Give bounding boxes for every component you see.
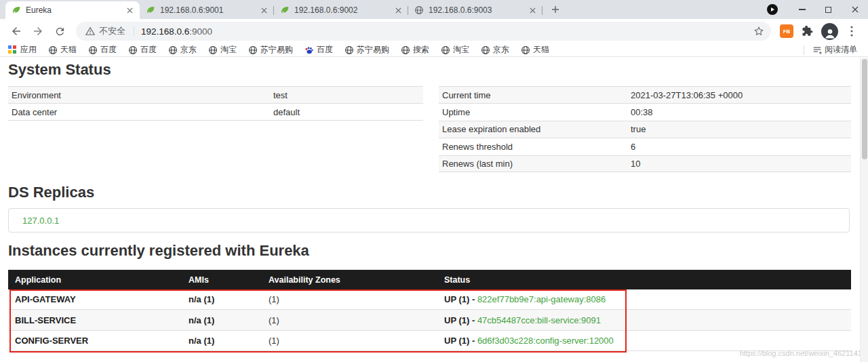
url-port[interactable]: :9000 [189,26,212,37]
ds-replicas-title: DS Replicas [8,184,94,201]
globe-icon [48,45,58,55]
row-value: 10 [631,159,640,169]
row-value: 2021-03-27T13:06:35 +0000 [631,90,743,100]
bookmark-item[interactable]: 百度 [128,44,157,56]
bookmark-item-baidu[interactable]: 百度 [304,44,333,56]
bookmark-item[interactable]: 天猫 [48,44,77,56]
table-row: Data center default [8,103,423,120]
extension-fb-icon[interactable]: FB [780,24,793,38]
close-button[interactable] [842,0,868,19]
row-label: Data center [8,107,273,117]
tab-9002[interactable]: 192.168.0.6:9002 [274,1,408,19]
status-text: UP (1) - [444,336,477,346]
instance-link[interactable]: 47cb54487cce:bill-service:9091 [477,315,601,325]
instance-link[interactable]: 6d6f3d03c228:config-server:12000 [477,336,614,346]
bookmark-item[interactable]: 搜索 [401,44,429,56]
globe-icon [414,5,424,15]
bookmark-item[interactable]: 苏宁易购 [248,44,293,56]
status-text: UP (1) - [444,294,477,304]
bookmark-label: 京东 [493,44,509,56]
scrollbar-thumb[interactable] [862,59,867,159]
column-header: Availability Zones [262,275,437,285]
globe-icon [88,45,98,55]
instance-link[interactable]: 822ef77bb9e7:api-gateway:8086 [477,294,606,304]
bookmark-label: 苏宁易购 [357,44,389,56]
amis-cell: n/a (1) [182,294,262,304]
bookmark-item[interactable]: 淘宝 [441,44,469,56]
tab-close-icon[interactable] [527,5,538,16]
row-label: Current time [439,90,631,100]
browser-toolbar: 不安全 192.168.0.6 :9000 FB [0,19,868,43]
globe-icon [344,45,354,55]
bookmark-item[interactable]: 天猫 [521,44,549,56]
row-label: Environment [8,90,273,100]
status-cell: UP (1) - 6d6f3d03c228:config-server:1200… [437,336,851,346]
bookmark-item[interactable]: 苏宁易购 [344,44,389,56]
row-value: default [273,107,300,117]
instances-table-header: Application AMIs Availability Zones Stat… [8,270,851,289]
extensions-puzzle-icon[interactable] [799,22,816,40]
address-bar[interactable]: 不安全 192.168.0.6 :9000 [76,22,771,41]
scrollbar-track[interactable] [860,58,868,362]
watermark-text: https://blog.csdn.net/weixin_46211412 [740,349,866,357]
replica-link[interactable]: 127.0.0.1 [22,216,59,226]
bookmark-label: 淘宝 [453,44,469,56]
menu-kebab-icon[interactable] [843,22,861,40]
bookmark-item[interactable]: 百度 [88,44,117,56]
profile-avatar[interactable] [821,23,838,40]
warning-triangle-icon [85,26,95,36]
bookmark-star-icon[interactable] [753,26,764,37]
instances-title: Instances currently registered with Eure… [8,242,309,260]
spring-leaf-icon [12,5,21,15]
globe-icon [168,45,178,55]
tab-9003[interactable]: 192.168.0.6:9003 [408,1,542,19]
globe-icon [481,45,490,55]
baidu-paw-icon [304,45,314,55]
globe-icon [521,45,530,55]
new-tab-button[interactable] [547,1,564,18]
bookmark-label: 淘宝 [220,44,237,56]
tab-eureka[interactable]: Eureka [5,1,140,19]
row-value: 6 [631,142,635,152]
bookmark-label: 搜索 [413,44,429,56]
table-row: Renews (last min) 10 [439,155,851,172]
bookmark-label: 京东 [180,44,197,56]
apps-grid-icon [8,45,18,55]
spring-leaf-icon [280,5,290,15]
browser-window: Eureka 192.168.0.6:9001 192.168.0.6:9002 [0,0,868,362]
refresh-button[interactable] [50,22,69,41]
reading-list-button[interactable]: 阅读清单 [812,44,857,56]
table-row: Current time 2021-03-27T13:06:35 +0000 [439,86,851,103]
bookmark-label: 百度 [100,44,117,56]
application-cell: CONFIG-SERVER [8,336,182,346]
bookmark-item[interactable]: 淘宝 [208,44,237,56]
minimize-button[interactable] [789,0,815,19]
tab-close-icon[interactable] [124,5,135,16]
status-text: UP (1) - [444,315,477,325]
bookmark-item[interactable]: 京东 [481,44,509,56]
omnibox-divider [134,26,134,36]
tab-title: Eureka [26,5,121,15]
tab-close-icon[interactable] [393,5,403,16]
spring-leaf-icon [146,5,155,15]
maximize-button[interactable] [815,0,842,19]
media-control-icon[interactable] [767,4,778,15]
tab-title: 192.168.0.6:9003 [429,5,524,15]
tab-9001[interactable]: 192.168.0.6:9001 [140,1,274,19]
amis-cell: n/a (1) [182,336,262,346]
tab-close-icon[interactable] [258,5,269,16]
bookmark-apps[interactable]: 应用 [8,44,37,56]
column-header: Status [437,275,851,285]
system-status-title: System Status [8,61,111,79]
instances-table: Application AMIs Availability Zones Stat… [8,270,851,351]
globe-icon [401,45,410,55]
globe-icon [248,45,258,55]
tab-title: 192.168.0.6:9002 [294,5,390,15]
forward-button[interactable] [28,22,47,41]
table-row: Environment test [8,86,423,103]
bookmark-item[interactable]: 京东 [168,44,197,56]
url-host[interactable]: 192.168.0.6 [141,26,189,37]
back-button[interactable] [7,22,26,41]
row-label: Renews threshold [439,142,631,152]
bookmark-label: 天猫 [60,44,77,56]
